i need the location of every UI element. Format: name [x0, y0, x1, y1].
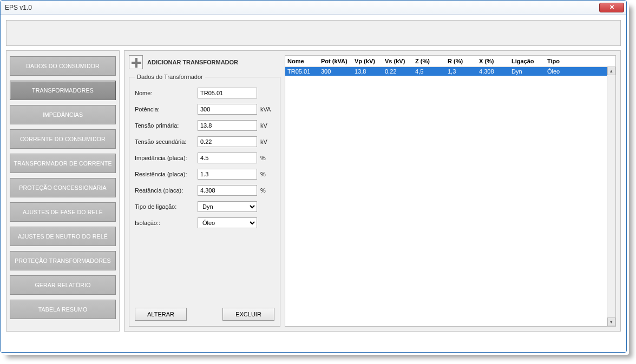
groupbox-title: Dados do Transformador — [135, 74, 205, 80]
th-vs[interactable]: Vs (kV) — [383, 56, 413, 67]
th-x[interactable]: X (%) — [477, 56, 509, 67]
th-tipo[interactable]: Tipo — [545, 56, 578, 67]
td-x: 4,308 — [477, 67, 509, 76]
label-tensao-secundaria: Tensão secundária: — [135, 138, 194, 145]
label-impedancia: Impedância (placa): — [135, 155, 194, 161]
th-ligacao[interactable]: Ligação — [509, 56, 545, 67]
td-z: 4,5 — [413, 67, 445, 76]
unit-potencia: kVA — [260, 106, 274, 112]
add-transformer-row: ADICIONAR TRANSFORMADOR — [129, 55, 280, 69]
unit-resistencia: % — [260, 171, 274, 177]
table-empty-area — [285, 76, 615, 326]
label-nome: Nome: — [135, 90, 194, 96]
unit-reatancia: % — [260, 187, 274, 194]
sidebar-item-dados-consumidor[interactable]: DADOS DO CONSUMIDOR — [10, 56, 116, 76]
form-column: ADICIONAR TRANSFORMADOR Dados do Transfo… — [129, 55, 280, 327]
td-pot: 300 — [319, 67, 352, 76]
scroll-up-icon[interactable]: ▴ — [607, 67, 615, 75]
form-buttons: ALTERAR EXCLUIR — [135, 302, 274, 321]
content-panel: ADICIONAR TRANSFORMADOR Dados do Transfo… — [124, 50, 621, 332]
label-tensao-primaria: Tensão primária: — [135, 122, 194, 129]
input-potencia[interactable] — [198, 104, 257, 115]
sidebar-item-impedancias[interactable]: IMPEDÂNCIAS — [10, 105, 116, 124]
td-vs: 0,22 — [383, 67, 413, 76]
transformers-table: Nome Pot (kVA) Vp (kV) Vs (kV) Z (%) R (… — [285, 55, 616, 327]
td-r: 1,3 — [445, 67, 477, 76]
th-r[interactable]: R (%) — [445, 56, 477, 67]
th-vp[interactable]: Vp (kV) — [352, 56, 383, 67]
th-nome[interactable]: Nome — [285, 56, 319, 67]
sidebar-item-tabela-resumo[interactable]: TABELA RESUMO — [10, 300, 116, 319]
table-row[interactable]: TR05.01 300 13,8 0,22 4,5 1,3 4,308 Dyn … — [285, 67, 615, 76]
th-z[interactable]: Z (%) — [413, 56, 445, 67]
td-ligacao: Dyn — [509, 67, 545, 76]
input-resistencia[interactable] — [198, 169, 257, 180]
label-potencia: Potência: — [135, 106, 194, 112]
close-icon: ✕ — [609, 4, 614, 11]
titlebar: EPS v1.0 ✕ — [1, 1, 626, 15]
td-nome: TR05.01 — [285, 67, 319, 76]
th-pot[interactable]: Pot (kVA) — [319, 56, 352, 67]
sidebar-item-protecao-transformadores[interactable]: PROTEÇÃO TRANSFORMADORES — [10, 251, 116, 270]
sidebar: DADOS DO CONSUMIDOR TRANSFORMADORES IMPE… — [6, 50, 120, 332]
sidebar-item-gerar-relatorio[interactable]: GERAR RELATÓRIO — [10, 275, 116, 295]
excluir-button[interactable]: EXCLUIR — [222, 308, 274, 321]
add-transformer-label: ADICIONAR TRANSFORMADOR — [147, 59, 238, 65]
sidebar-item-transformadores[interactable]: TRANSFORMADORES — [10, 81, 116, 100]
app-window: EPS v1.0 ✕ DADOS DO CONSUMIDOR TRANSFORM… — [0, 0, 627, 353]
sidebar-item-protecao-concessionaria[interactable]: PROTEÇÃO CONCESSIONÁRIA — [10, 178, 116, 197]
label-reatancia: Reatância (placa): — [135, 187, 194, 194]
label-isolacao: Isolação:: — [135, 220, 194, 226]
input-nome[interactable] — [198, 88, 257, 98]
client-area: DADOS DO CONSUMIDOR TRANSFORMADORES IMPE… — [1, 15, 626, 352]
unit-impedancia: % — [260, 155, 274, 161]
top-toolbar — [6, 20, 621, 46]
input-tensao-primaria[interactable] — [198, 120, 257, 131]
select-tipo-ligacao[interactable]: Dyn — [198, 201, 257, 212]
sidebar-item-ajustes-neutro-rele[interactable]: AJUSTES DE NEUTRO DO RELÉ — [10, 227, 116, 246]
vertical-scrollbar[interactable]: ▴ ▾ — [607, 67, 615, 326]
scroll-down-icon[interactable]: ▾ — [607, 317, 615, 326]
close-button[interactable]: ✕ — [599, 3, 624, 12]
transformer-groupbox: Dados do Transformador Nome: Potência: k… — [129, 74, 280, 327]
input-reatancia[interactable] — [198, 185, 257, 196]
sidebar-item-corrente-consumidor[interactable]: CORRENTE DO CONSUMIDOR — [10, 129, 116, 149]
window-title: EPS v1.0 — [5, 4, 599, 11]
unit-tensao-secundaria: kV — [260, 138, 274, 145]
main-row: DADOS DO CONSUMIDOR TRANSFORMADORES IMPE… — [6, 50, 621, 332]
unit-tensao-primaria: kV — [260, 122, 274, 129]
label-resistencia: Resistência (placa): — [135, 171, 194, 177]
plus-icon[interactable] — [129, 55, 143, 69]
select-isolacao[interactable]: Óleo — [198, 217, 257, 228]
td-vp: 13,8 — [352, 67, 383, 76]
sidebar-item-ajustes-fase-rele[interactable]: AJUSTES DE FASE DO RELÉ — [10, 202, 116, 222]
sidebar-item-transformador-corrente[interactable]: TRANSFORMADOR DE CORRENTE — [10, 154, 116, 173]
label-tipo-ligacao: Tipo de ligação: — [135, 203, 194, 210]
table-header: Nome Pot (kVA) Vp (kV) Vs (kV) Z (%) R (… — [285, 56, 615, 67]
input-impedancia[interactable] — [198, 153, 257, 163]
input-tensao-secundaria[interactable] — [198, 136, 257, 147]
td-tipo: Óleo — [545, 67, 578, 76]
form-grid: Nome: Potência: kVA Tensão primária: kV … — [135, 88, 274, 228]
alterar-button[interactable]: ALTERAR — [135, 308, 187, 321]
